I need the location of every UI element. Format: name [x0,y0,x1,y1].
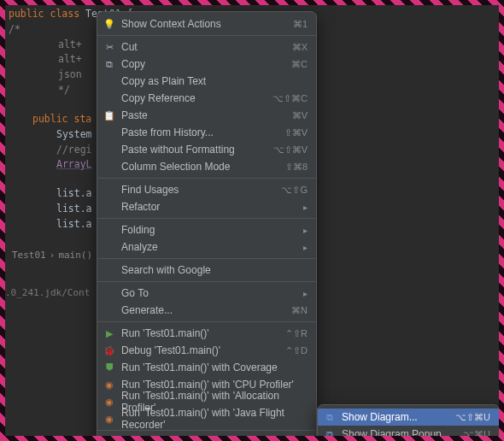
search-google[interactable]: Search with Google [97,262,316,279]
run-jfr[interactable]: ◉Run 'Test01.main()' with 'Java Flight R… [97,410,316,427]
copy-reference[interactable]: Copy Reference⌥⇧⌘C [97,90,316,107]
debug-icon: 🐞 [103,344,116,357]
paste-icon: 📋 [103,109,116,122]
debug-main[interactable]: 🐞Debug 'Test01.main()'⌃⇧D [97,342,316,359]
paste[interactable]: 📋Paste⌘V [97,107,316,124]
column-selection[interactable]: Column Selection Mode⇧⌘8 [97,158,316,175]
paste-no-format[interactable]: Paste without Formatting⌥⇧⌘V [97,141,316,158]
run-main[interactable]: ▶Run 'Test01.main()'⌃⇧R [97,325,316,342]
cut[interactable]: ✂Cut⌘X [97,38,316,56]
breadcrumb[interactable]: Test01›main() [9,250,96,261]
generate[interactable]: Generate...⌘N [97,302,316,319]
profiler-icon: ◉ [103,395,116,409]
go-to[interactable]: Go To▸ [97,285,316,302]
context-menu: 💡Show Context Actions⌘1 ✂Cut⌘X ⧉Copy⌘C C… [97,11,317,441]
bulb-icon: 💡 [103,17,116,31]
run-icon: ▶ [103,326,116,340]
show-diagram-popup[interactable]: ⧉Show Diagram Popup...⌥⌘U [318,426,499,441]
copy-icon: ⧉ [103,57,116,71]
analyze[interactable]: Analyze▸ [97,238,316,256]
diagrams-submenu: ⧉Show Diagram...⌥⇧⌘U ⧉Show Diagram Popup… [317,404,500,441]
profiler-icon: ◉ [103,412,116,426]
copy[interactable]: ⧉Copy⌘C [97,56,316,73]
coverage-icon: ⛊ [103,361,116,374]
find-usages[interactable]: Find Usages⌥⇧G [97,181,316,198]
edit-run-config[interactable]: ✎Edit 'Test01.main()'... [97,433,316,441]
refactor[interactable]: Refactor▸ [97,198,316,215]
diagram-icon: ⧉ [323,410,337,424]
run-coverage[interactable]: ⛊Run 'Test01.main()' with Coverage [97,359,316,376]
status-path: .0_241.jdk/Cont [5,287,90,298]
diagram-icon: ⧉ [323,427,337,441]
paste-history[interactable]: Paste from History...⇧⌘V [97,124,316,141]
copy-plain[interactable]: Copy as Plain Text [97,73,316,90]
show-context-actions[interactable]: 💡Show Context Actions⌘1 [97,15,316,32]
show-diagram[interactable]: ⧉Show Diagram...⌥⇧⌘U [318,409,499,426]
folding[interactable]: Folding▸ [97,221,316,238]
edit-icon: ✎ [103,435,116,441]
profiler-icon: ◉ [103,378,116,391]
cut-icon: ✂ [103,40,116,54]
